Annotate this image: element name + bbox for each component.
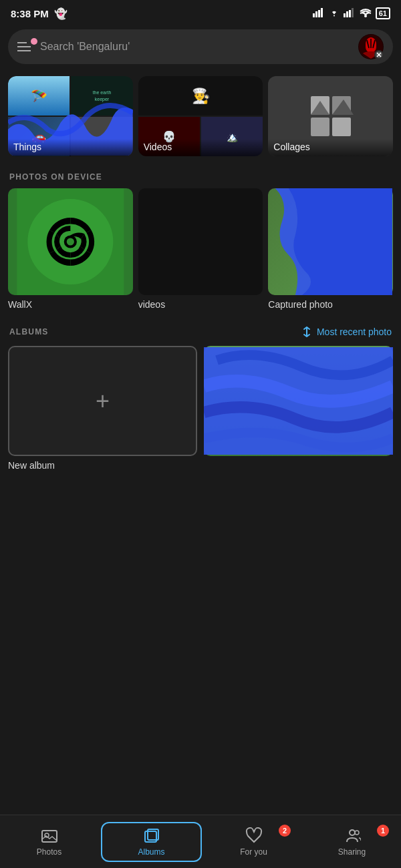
- user-avatar[interactable]: [358, 34, 384, 59]
- new-album-box[interactable]: +: [8, 346, 197, 456]
- nav-sharing[interactable]: 1 Sharing: [303, 821, 401, 863]
- svg-rect-2: [318, 10, 320, 17]
- svg-rect-23: [42, 831, 57, 842]
- things-label: Things: [8, 139, 133, 156]
- category-videos[interactable]: 👨‍🍳 💀 🏔️ Videos: [138, 76, 263, 156]
- snapchat-icon: 👻: [54, 7, 68, 20]
- album-2[interactable]: [204, 346, 393, 471]
- wifi-icon-2: [359, 7, 372, 20]
- svg-rect-8: [352, 8, 354, 17]
- nav-foryou[interactable]: 2 For you: [205, 821, 303, 863]
- new-album-label: New album: [8, 460, 197, 471]
- svg-rect-7: [349, 10, 351, 17]
- wifi-icon: [328, 7, 340, 19]
- svg-rect-16: [332, 118, 351, 136]
- sort-label: Most recent photo: [317, 327, 392, 337]
- offline-indicator: [374, 50, 384, 59]
- captured-photo-label: Captured photo: [268, 299, 393, 310]
- search-placeholder: Search 'Bengaluru': [40, 41, 350, 53]
- foryou-nav-label: For you: [240, 847, 267, 857]
- svg-rect-3: [321, 8, 323, 17]
- sharing-badge: 1: [377, 825, 389, 837]
- photos-icon: [41, 827, 58, 845]
- videos-folder-label: videos: [138, 299, 263, 310]
- signal-icon-2: [344, 8, 356, 19]
- categories-row: 🪂 the earthkeeper 🚗: [0, 69, 401, 162]
- device-photo-wallx[interactable]: WallX: [8, 188, 133, 310]
- battery-indicator: 61: [376, 7, 390, 19]
- sharing-icon: [344, 827, 361, 845]
- svg-rect-1: [315, 11, 317, 17]
- albums-title: ALBUMS: [9, 327, 49, 337]
- nav-photos[interactable]: Photos: [0, 821, 98, 863]
- svg-point-4: [333, 15, 335, 17]
- svg-rect-6: [346, 11, 348, 17]
- device-photos-row: WallX videos Captured photo: [0, 188, 401, 320]
- collages-label: Collages: [268, 139, 393, 156]
- foryou-icon: [245, 827, 263, 845]
- plus-icon: +: [96, 387, 110, 415]
- photos-on-device-header: PHOTOS ON DEVICE: [0, 162, 401, 188]
- albums-section-header: ALBUMS Most recent photo: [0, 320, 401, 346]
- foryou-badge: 2: [279, 825, 291, 837]
- time-display: 8:38 PM: [11, 8, 49, 19]
- svg-rect-0: [313, 13, 315, 17]
- sharing-nav-label: Sharing: [338, 847, 366, 857]
- videos-label: Videos: [138, 139, 263, 156]
- status-bar: 8:38 PM 👻 61: [0, 0, 401, 24]
- category-things[interactable]: 🪂 the earthkeeper 🚗: [8, 76, 133, 156]
- search-bar[interactable]: Search 'Bengaluru': [8, 29, 393, 64]
- albums-grid: + New album: [0, 346, 401, 481]
- svg-rect-5: [344, 13, 346, 17]
- wallx-label: WallX: [8, 299, 133, 310]
- svg-rect-15: [311, 118, 329, 136]
- sort-icon: [301, 326, 313, 338]
- category-collages[interactable]: Collages: [268, 76, 393, 156]
- signal-icon: [313, 8, 325, 19]
- new-album[interactable]: + New album: [8, 346, 197, 471]
- albums-nav-label: Albums: [138, 847, 164, 857]
- bottom-nav: Photos Albums 2 For you 1: [0, 815, 401, 868]
- status-left: 8:38 PM 👻: [11, 7, 68, 20]
- nav-albums[interactable]: Albums: [101, 822, 202, 862]
- status-right: 61: [313, 7, 390, 20]
- sort-button[interactable]: Most recent photo: [301, 326, 392, 338]
- menu-icon: [17, 42, 31, 51]
- svg-point-27: [350, 830, 355, 835]
- device-photo-videos[interactable]: videos: [138, 188, 263, 310]
- albums-icon: [143, 827, 160, 845]
- photos-nav-label: Photos: [37, 847, 61, 857]
- device-photo-captured[interactable]: Captured photo: [268, 188, 393, 310]
- notification-dot: [31, 38, 37, 45]
- svg-point-9: [364, 15, 367, 17]
- svg-point-22: [67, 238, 74, 245]
